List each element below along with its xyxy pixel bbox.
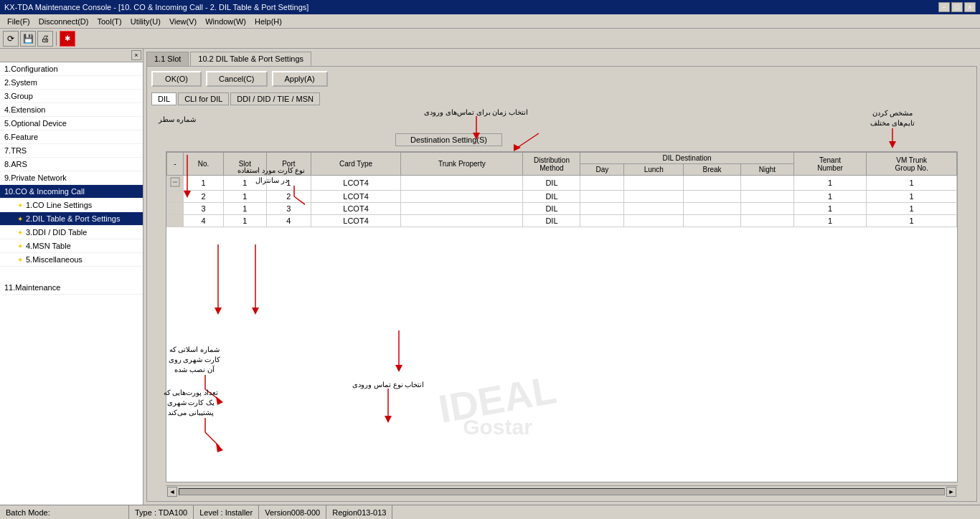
cell-day[interactable] (580, 215, 624, 227)
cell-break[interactable] (684, 215, 741, 227)
sidebar-item-group[interactable]: 3.Group (0, 90, 143, 103)
sub-tab-ddi-did-tie-msn[interactable]: DDI / DID / TIE / MSN (230, 92, 320, 105)
sidebar-item-configuration[interactable]: 1.Configuration (0, 62, 143, 76)
cell-break[interactable] (684, 176, 741, 191)
sidebar-item-trs[interactable]: 7.TRS (0, 144, 143, 158)
cell-trunk-property (401, 176, 523, 191)
menu-bar: File(F) Disconnect(D) Tool(T) Utility(U)… (0, 14, 980, 29)
cell-tenant[interactable]: 1 (793, 215, 867, 227)
col-header-tenant-number: TenantNumber (793, 153, 867, 176)
cell-lunch[interactable] (624, 215, 684, 227)
svg-marker-1 (889, 141, 896, 148)
sidebar-item-feature[interactable]: 6.Feature (0, 130, 143, 144)
tab-dil-table[interactable]: 10.2 DIL Table & Port Settings (190, 52, 311, 66)
cell-vm-trunk[interactable]: 1 (867, 215, 957, 227)
sub-tab-dil[interactable]: DIL (151, 92, 176, 105)
cell-distribution-method[interactable]: DIL (523, 203, 580, 215)
scroll-left-button[interactable]: ◄ (167, 487, 177, 497)
cell-distribution-method[interactable]: DIL (523, 215, 580, 227)
cell-night[interactable] (741, 191, 794, 203)
toolbar-red-button[interactable]: ✱ (60, 31, 75, 47)
sidebar-item-system[interactable]: 2.System (0, 76, 143, 90)
close-button[interactable]: × (964, 2, 976, 12)
cell-tenant[interactable]: 1 (793, 191, 867, 203)
cell-card-type[interactable]: LCOT4 (311, 215, 400, 227)
status-bar: Batch Mode: Type : TDA100 Level : Instal… (0, 505, 980, 519)
ok-button[interactable]: OK(O) (151, 71, 202, 87)
sidebar-item-ddi-table[interactable]: ✦ 3.DDI / DID Table (0, 226, 143, 239)
cell-lunch[interactable] (624, 191, 684, 203)
toolbar-print-button[interactable]: 🖨 (37, 31, 53, 47)
tab-slot[interactable]: 1.1 Slot (146, 52, 189, 66)
cell-distribution-method[interactable]: DIL (523, 176, 580, 191)
cell-tenant[interactable]: 1 (793, 203, 867, 215)
cell-trunk-property (401, 191, 523, 203)
menu-utility[interactable]: Utility(U) (126, 16, 165, 27)
cell-vm-trunk[interactable]: 1 (867, 176, 957, 191)
sidebar-item-dil-table[interactable]: ✦ 2.DIL Table & Port Settings (0, 212, 143, 226)
cell-day[interactable] (580, 203, 624, 215)
cell-night[interactable] (741, 203, 794, 215)
menu-help[interactable]: Help(H) (250, 16, 286, 27)
cell-break[interactable] (684, 203, 741, 215)
sub-icon-msn-table: ✦ (17, 242, 23, 250)
sidebar-item-extension[interactable]: 4.Extension (0, 103, 143, 117)
cell-tenant[interactable]: 1 (793, 176, 867, 191)
toolbar-save-button[interactable]: 💾 (20, 31, 36, 47)
table-row[interactable]: 4 1 4 LCOT4 DIL 1 1 (167, 215, 957, 227)
cell-night[interactable] (741, 176, 794, 191)
col-header-lunch: Lunch (624, 164, 684, 176)
cancel-button[interactable]: Cancel(C) (206, 71, 268, 87)
maximize-button[interactable]: □ (951, 2, 963, 12)
minimize-button[interactable]: − (938, 2, 950, 12)
scroll-right-button[interactable]: ► (946, 487, 956, 497)
status-version: Version008-000 (259, 505, 326, 519)
sidebar-item-msn-table[interactable]: ✦ 4.MSN Table (0, 239, 143, 253)
sidebar-item-private-network[interactable]: 9.Private Network (0, 171, 143, 185)
annotation-port: تعداد پورت‌هایی که یک کارت شهری پشتیبانی… (155, 388, 227, 461)
status-type: Type : TDA100 (129, 505, 194, 519)
menu-window[interactable]: Window(W) (201, 16, 250, 27)
sub-tab-cli-for-dil[interactable]: CLI for DIL (178, 92, 229, 105)
menu-file[interactable]: File(F) (3, 16, 34, 27)
cell-trunk-property (401, 203, 523, 215)
cell-vm-trunk[interactable]: 1 (867, 191, 957, 203)
main-layout: × 1.Configuration 2.System 3.Group 4.Ext… (0, 49, 980, 505)
row-arrow (176, 155, 198, 199)
apply-button[interactable]: Apply(A) (272, 71, 328, 87)
cell-vm-trunk[interactable]: 1 (867, 203, 957, 215)
toolbar-refresh-button[interactable]: ⟳ (3, 31, 19, 47)
sidebar-item-maintenance[interactable]: 11.Maintenance (0, 281, 143, 295)
cell-lunch[interactable] (624, 203, 684, 215)
sidebar-item-co-line-settings[interactable]: ✦ 1.CO Line Settings (0, 199, 143, 212)
horizontal-scrollbar[interactable]: ◄ ► (166, 485, 958, 497)
cell-lunch[interactable] (624, 176, 684, 191)
sidebar-item-miscellaneous[interactable]: ✦ 5.Miscellaneous (0, 253, 143, 267)
cell-slot: 1 (223, 215, 266, 227)
cell-day[interactable] (580, 191, 624, 203)
cell-card-type[interactable]: LCOT4 (311, 176, 400, 191)
menu-view[interactable]: View(V) (165, 16, 201, 27)
sidebar-item-optional-device[interactable]: 5.Optional Device (0, 117, 143, 130)
col-header-trunk-property: Trunk Property (401, 153, 523, 176)
sidebar-item-co-incoming-call[interactable]: 10.CO & Incoming Call (0, 185, 143, 199)
sidebar: × 1.Configuration 2.System 3.Group 4.Ext… (0, 49, 143, 505)
menu-tool[interactable]: Tool(T) (93, 16, 126, 27)
col-header-dil-destination: DIL Destination (580, 153, 793, 164)
cell-card-type[interactable]: LCOT4 (311, 203, 400, 215)
title-controls: − □ × (938, 2, 976, 12)
col-header-card-type: Card Type (311, 153, 400, 176)
sidebar-close-button[interactable]: × (131, 50, 141, 60)
main-panel: OK(O) Cancel(C) Apply(A) DIL CLI for DIL… (146, 66, 977, 502)
cell-day[interactable] (580, 176, 624, 191)
scroll-track[interactable] (179, 488, 945, 495)
distribution-arrow (388, 330, 410, 375)
cell-distribution-method[interactable]: DIL (523, 191, 580, 203)
cell-break[interactable] (684, 191, 741, 203)
toolbar: ⟳ 💾 🖨 ✱ (0, 29, 980, 49)
sidebar-item-ars[interactable]: 8.ARS (0, 158, 143, 171)
cell-night[interactable] (741, 215, 794, 227)
col-header-distribution-method: DistributionMethod (523, 153, 580, 176)
menu-disconnect[interactable]: Disconnect(D) (34, 16, 93, 27)
cell-card-type[interactable]: LCOT4 (311, 191, 400, 203)
